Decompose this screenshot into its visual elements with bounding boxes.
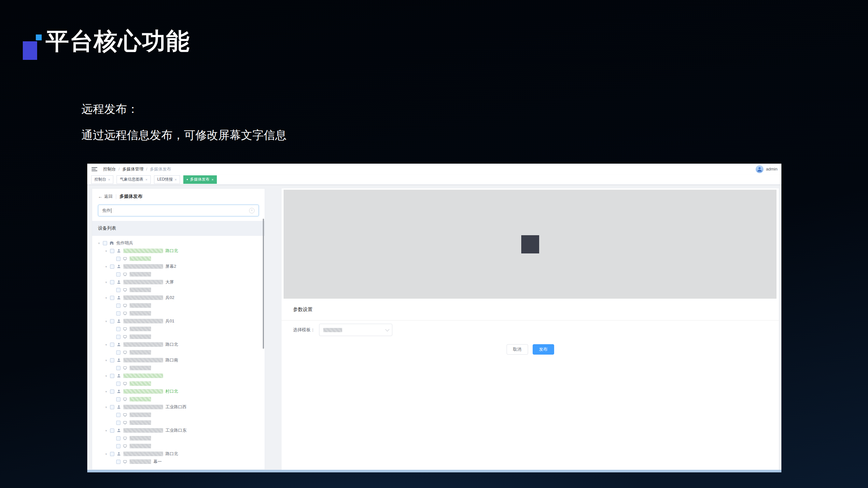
divider (116, 194, 116, 199)
tree-checkbox[interactable] (116, 335, 121, 339)
tree-screen-node[interactable] (92, 325, 265, 333)
horizontal-scrollbar[interactable] (87, 470, 781, 473)
tree-screen-node[interactable] (92, 301, 265, 310)
tree-screen-node[interactable] (92, 380, 265, 388)
clear-search-icon[interactable]: × (249, 208, 255, 214)
tree-checkbox[interactable] (116, 272, 121, 276)
tree-checkbox[interactable] (116, 366, 121, 370)
device-search-input[interactable]: 焦作 × (98, 205, 259, 216)
caret-down-icon[interactable]: ▾ (104, 343, 108, 347)
tree-checkbox[interactable] (116, 257, 121, 261)
tree-device-node[interactable]: ▾工业路口东 (92, 426, 265, 434)
tree-screen-node[interactable] (92, 419, 265, 426)
tree-device-node[interactable]: ▾ (92, 372, 265, 380)
tree-checkbox[interactable] (116, 413, 121, 417)
tree-device-node[interactable]: ▾路口北 (92, 247, 265, 255)
avatar[interactable] (756, 165, 764, 173)
close-tab-icon[interactable]: × (108, 177, 110, 182)
tree-checkbox[interactable] (110, 280, 114, 284)
redacted-name (130, 327, 151, 331)
caret-down-icon[interactable]: ▾ (104, 429, 108, 432)
tree-checkbox[interactable] (110, 405, 114, 409)
tree-checkbox[interactable] (110, 249, 114, 253)
tree-screen-node[interactable] (92, 395, 265, 403)
tree-screen-node[interactable] (92, 434, 265, 442)
tree-device-node[interactable]: ▾大屏 (92, 278, 265, 286)
tree-checkbox[interactable] (116, 421, 121, 425)
caret-down-icon[interactable]: ▾ (104, 265, 108, 268)
tree-checkbox[interactable] (116, 436, 121, 441)
tree-checkbox[interactable] (116, 382, 121, 386)
tree-device-node[interactable]: ▾路口南 (92, 356, 265, 364)
caret-down-icon[interactable]: ▾ (104, 390, 108, 393)
close-tab-icon[interactable]: × (212, 177, 214, 182)
tree-node-label: 兵01 (165, 318, 174, 324)
cancel-button[interactable]: 取消 (506, 344, 528, 355)
tree-device-node[interactable]: ▾兵01 (92, 317, 265, 325)
tree-checkbox[interactable] (110, 264, 114, 269)
tree-screen-node[interactable] (92, 286, 265, 294)
tree-screen-node[interactable] (92, 364, 265, 372)
tree-screen-node[interactable] (92, 411, 265, 419)
caret-down-icon[interactable]: ▾ (97, 241, 101, 245)
tab-console[interactable]: 控制台 × (91, 175, 113, 184)
tree-checkbox[interactable] (116, 327, 121, 331)
text-caret (111, 208, 111, 213)
tree-checkbox[interactable] (110, 343, 114, 347)
caret-down-icon[interactable]: ▾ (104, 296, 108, 300)
tree-screen-node[interactable] (92, 310, 265, 317)
tabs-bar: 控制台 × 气象信息图表 × LED情报 × ● 多媒体发布 × (87, 174, 781, 185)
caret-down-icon[interactable]: ▾ (104, 320, 108, 323)
caret-down-icon[interactable]: ▾ (104, 405, 108, 409)
tree-checkbox[interactable] (116, 288, 121, 292)
close-tab-icon[interactable]: × (145, 177, 147, 182)
tab-led-info[interactable]: LED情报 × (154, 175, 180, 184)
tree-checkbox[interactable] (110, 389, 114, 394)
menu-collapse-icon[interactable] (92, 167, 97, 171)
tree-screen-node[interactable] (92, 442, 265, 450)
tree-root-node[interactable]: ▾焦作哨兵 (92, 239, 265, 247)
user-menu[interactable]: admin (756, 165, 781, 173)
caret-down-icon[interactable]: ▾ (104, 359, 108, 362)
tree-checkbox[interactable] (110, 428, 114, 433)
caret-down-icon[interactable]: ▾ (104, 249, 108, 253)
tree-device-node[interactable]: ▾屏幕2 (92, 263, 265, 270)
redacted-name (130, 366, 151, 370)
back-button[interactable]: ← 返回 (98, 194, 113, 199)
publish-button[interactable]: 发布 (533, 344, 554, 355)
tree-checkbox[interactable] (116, 397, 121, 401)
tree-screen-node[interactable]: 幕一 (92, 458, 265, 465)
tree-device-node[interactable]: ▾村口北 (92, 388, 265, 395)
tree-device-node[interactable]: ▾路口北 (92, 340, 265, 349)
device-user-icon (117, 428, 121, 433)
tree-screen-node[interactable] (92, 255, 265, 263)
tree-checkbox[interactable] (103, 241, 107, 245)
tree-checkbox[interactable] (116, 350, 121, 355)
tree-device-node[interactable]: ▾工业路口西 (92, 403, 265, 411)
template-select[interactable] (319, 324, 392, 336)
tree-checkbox[interactable] (110, 358, 114, 362)
tree-screen-node[interactable] (92, 270, 265, 278)
close-tab-icon[interactable]: × (175, 177, 177, 182)
tree-screen-node[interactable] (92, 349, 265, 356)
caret-down-icon[interactable]: ▾ (104, 281, 108, 284)
caret-down-icon[interactable]: ▾ (104, 452, 108, 456)
tab-weather-chart[interactable]: 气象信息图表 × (117, 175, 150, 184)
tree-checkbox[interactable] (110, 452, 114, 456)
tree-checkbox[interactable] (110, 374, 114, 378)
tree-checkbox[interactable] (116, 460, 121, 464)
tree-checkbox[interactable] (116, 311, 121, 316)
breadcrumb-item-media-mgmt[interactable]: 多媒体管理 (122, 166, 144, 172)
caret-down-icon[interactable]: ▾ (104, 374, 108, 378)
tree-checkbox[interactable] (110, 296, 114, 300)
tree-checkbox[interactable] (116, 303, 121, 308)
tree-screen-node[interactable] (92, 333, 265, 340)
tree-checkbox[interactable] (110, 319, 114, 323)
vertical-scrollbar[interactable] (263, 219, 264, 349)
tree-device-node[interactable]: ▾路口北 (92, 450, 265, 458)
search-value: 焦作 (102, 207, 111, 214)
tab-media-publish-active[interactable]: ● 多媒体发布 × (183, 175, 217, 184)
tree-device-node[interactable]: ▾兵02 (92, 294, 265, 301)
breadcrumb-item-console[interactable]: 控制台 (103, 166, 116, 172)
tree-checkbox[interactable] (116, 444, 121, 448)
